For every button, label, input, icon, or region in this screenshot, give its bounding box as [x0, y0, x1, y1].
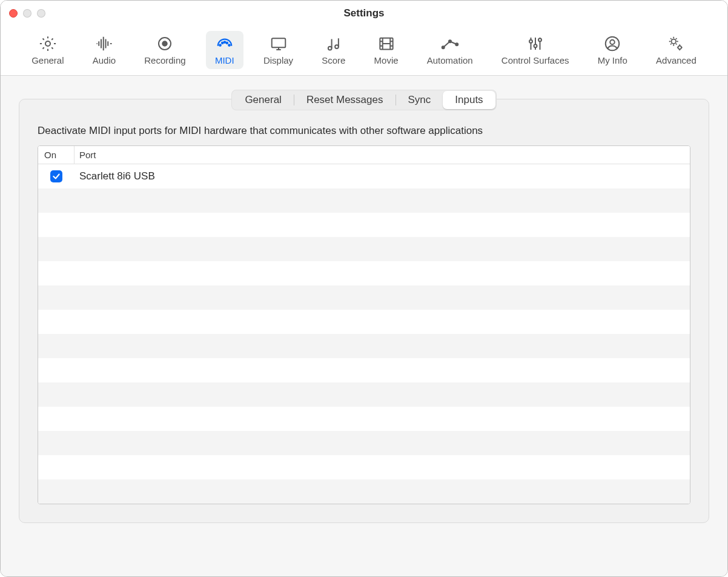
tab-label: General — [31, 55, 64, 65]
midi-port-icon — [214, 35, 235, 53]
table-row-empty — [38, 358, 690, 382]
svg-point-20 — [672, 39, 677, 44]
svg-point-6 — [226, 42, 228, 44]
midi-inputs-panel: General Reset Messages Sync Inputs Deact… — [19, 99, 709, 523]
table-row-empty — [38, 188, 690, 213]
svg-point-2 — [163, 41, 168, 46]
svg-point-14 — [455, 43, 458, 45]
tab-advanced[interactable]: Advanced — [647, 31, 705, 69]
tab-general[interactable]: General — [23, 31, 72, 69]
automation-curve-icon — [440, 35, 460, 53]
tab-midi[interactable]: MIDI — [206, 31, 243, 69]
table-row-empty — [38, 479, 690, 504]
inputs-description: Deactivate MIDI input ports for MIDI har… — [38, 125, 690, 137]
column-header-port[interactable]: Port — [74, 146, 690, 164]
subtab-sync[interactable]: Sync — [396, 91, 443, 109]
table-row-empty — [38, 213, 690, 237]
tab-label: Movie — [374, 55, 399, 65]
tab-audio[interactable]: Audio — [84, 31, 124, 69]
tab-label: Advanced — [656, 55, 697, 65]
tab-score[interactable]: Score — [313, 31, 354, 69]
minimize-window-button[interactable] — [23, 9, 31, 18]
tab-display[interactable]: Display — [255, 31, 302, 69]
zoom-window-button[interactable] — [37, 9, 45, 18]
tab-control-surfaces[interactable]: Control Surfaces — [493, 31, 578, 69]
svg-point-7 — [228, 44, 230, 46]
svg-rect-8 — [271, 38, 285, 47]
record-icon — [154, 35, 175, 53]
table-row-empty — [38, 237, 690, 261]
tab-label: MIDI — [215, 55, 234, 65]
music-notes-icon — [323, 35, 344, 53]
subtab-general[interactable]: General — [233, 91, 293, 109]
user-circle-icon — [602, 35, 623, 53]
svg-point-17 — [538, 38, 541, 41]
close-window-button[interactable] — [9, 9, 18, 18]
preferences-toolbar: General Audio Recording — [1, 26, 727, 76]
table-row-empty — [38, 334, 690, 358]
titlebar: Settings — [1, 1, 727, 26]
subtab-inputs[interactable]: Inputs — [443, 91, 495, 109]
sliders-icon — [525, 35, 546, 53]
table-row-empty — [38, 504, 690, 504]
table-row-empty — [38, 310, 690, 334]
svg-point-16 — [534, 44, 537, 47]
gear-icon — [38, 35, 58, 53]
port-enabled-checkbox[interactable] — [50, 170, 62, 182]
tab-movie[interactable]: Movie — [366, 31, 407, 69]
tab-label: Display — [263, 55, 293, 65]
tab-label: Automation — [427, 55, 473, 65]
tab-my-info[interactable]: My Info — [589, 31, 636, 69]
table-header: On Port — [38, 146, 690, 164]
svg-point-5 — [224, 41, 226, 43]
svg-point-4 — [222, 42, 223, 44]
table-row-empty — [38, 261, 690, 285]
svg-point-15 — [529, 40, 532, 43]
svg-point-13 — [449, 40, 451, 42]
window-controls — [9, 9, 45, 18]
svg-point-3 — [219, 44, 221, 46]
tab-recording[interactable]: Recording — [136, 31, 194, 69]
gears-icon — [666, 35, 686, 53]
tab-label: Audio — [93, 55, 116, 65]
table-row-empty — [38, 407, 690, 431]
table-row[interactable]: Scarlett 8i6 USB — [38, 164, 690, 188]
svg-point-19 — [611, 40, 615, 45]
cell-on — [38, 170, 74, 182]
table-row-empty — [38, 285, 690, 310]
waveform-icon — [94, 35, 114, 53]
svg-point-12 — [442, 46, 444, 48]
midi-inputs-table: On Port Scarlett 8i6 USB — [38, 145, 690, 504]
svg-point-21 — [678, 46, 682, 50]
tab-label: Score — [322, 55, 345, 65]
window-title: Settings — [343, 7, 384, 19]
tab-label: Recording — [144, 55, 185, 65]
tab-label: My Info — [598, 55, 627, 65]
svg-point-0 — [45, 41, 50, 46]
table-row-empty — [38, 382, 690, 407]
display-icon — [268, 35, 289, 53]
table-row-empty — [38, 455, 690, 479]
table-body: Scarlett 8i6 USB — [38, 164, 690, 504]
content-area: General Reset Messages Sync Inputs Deact… — [1, 76, 727, 576]
subtab-reset-messages[interactable]: Reset Messages — [294, 91, 395, 109]
tab-label: Control Surfaces — [501, 55, 569, 65]
table-row-empty — [38, 431, 690, 455]
midi-subtab-segmented: General Reset Messages Sync Inputs — [231, 90, 496, 110]
tab-automation[interactable]: Automation — [419, 31, 481, 69]
column-header-on[interactable]: On — [38, 146, 74, 164]
filmstrip-icon — [376, 35, 397, 53]
cell-port: Scarlett 8i6 USB — [74, 170, 690, 182]
